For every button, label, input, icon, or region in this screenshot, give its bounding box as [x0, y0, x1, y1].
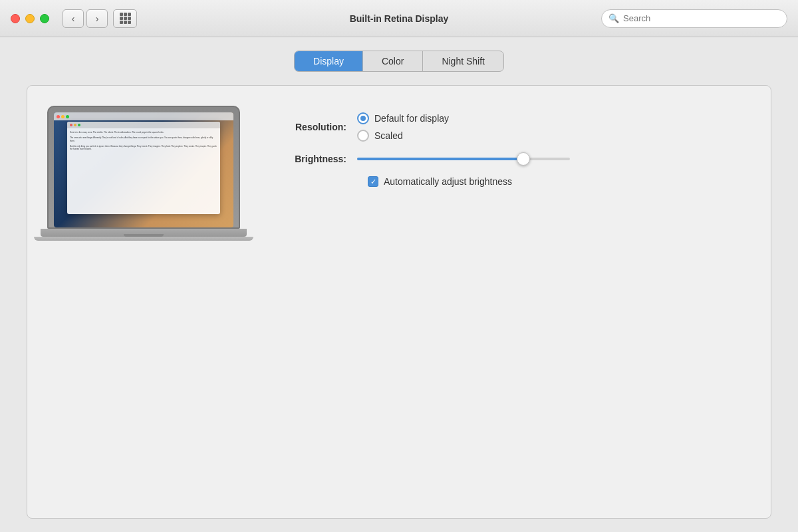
checkmark-icon: ✓ — [370, 178, 376, 186]
screen-window-bar — [67, 122, 220, 128]
resolution-scaled-radio[interactable] — [357, 130, 369, 142]
titlebar: ‹ › Built-in Retina Display 🔍 — [0, 0, 798, 37]
screen-menu-dot — [66, 115, 69, 118]
laptop-base — [41, 229, 247, 237]
auto-brightness-checkbox[interactable]: ✓ — [368, 176, 378, 187]
grid-view-button[interactable] — [113, 9, 137, 28]
sw-dot — [70, 124, 72, 126]
resolution-scaled-option[interactable]: Scaled — [357, 130, 449, 142]
search-input[interactable] — [623, 13, 780, 23]
search-bar[interactable]: 🔍 — [601, 9, 787, 28]
settings-section: Resolution: Default for display Scaled — [280, 106, 751, 187]
tab-night-shift[interactable]: Night Shift — [423, 51, 503, 71]
resolution-label: Resolution: — [280, 122, 346, 132]
forward-button[interactable]: › — [86, 9, 108, 28]
content-panel: Here is to the crazy ones. The misfits. … — [27, 85, 771, 519]
nav-buttons: ‹ › — [63, 9, 108, 28]
brightness-label: Brightness: — [280, 154, 346, 164]
resolution-scaled-label: Scaled — [374, 130, 403, 141]
auto-brightness-label: Automatically adjust brightness — [384, 176, 512, 187]
laptop-screen-inner: Here is to the crazy ones. The misfits. … — [54, 112, 233, 227]
screen-window-content: Here is to the crazy ones. The misfits. … — [67, 128, 220, 214]
search-icon: 🔍 — [608, 13, 619, 23]
brightness-slider-thumb[interactable] — [517, 152, 530, 166]
resolution-default-option[interactable]: Default for display — [357, 112, 449, 124]
brightness-slider-track — [357, 158, 570, 160]
laptop: Here is to the crazy ones. The misfits. … — [47, 106, 240, 241]
resolution-radio-group: Default for display Scaled — [357, 112, 449, 142]
brightness-row: Brightness: — [280, 152, 751, 166]
resolution-default-label: Default for display — [374, 113, 449, 124]
panel-content: Here is to the crazy ones. The misfits. … — [47, 106, 751, 241]
laptop-illustration: Here is to the crazy ones. The misfits. … — [47, 106, 240, 241]
auto-brightness-row: ✓ Automatically adjust brightness — [368, 176, 751, 187]
brightness-slider-fill — [357, 158, 523, 160]
resolution-row: Resolution: Default for display Scaled — [280, 112, 751, 142]
tab-group: Display Color Night Shift — [294, 51, 504, 72]
tab-display[interactable]: Display — [295, 51, 363, 71]
window-title: Built-in Retina Display — [350, 13, 449, 24]
brightness-slider-container — [357, 152, 570, 166]
maximize-button[interactable] — [40, 14, 49, 23]
minimize-button[interactable] — [25, 14, 35, 23]
tab-color[interactable]: Color — [363, 51, 423, 71]
resolution-default-radio[interactable] — [357, 112, 369, 124]
screen-window: Here is to the crazy ones. The misfits. … — [67, 122, 220, 214]
main-area: Display Color Night Shift — [0, 37, 798, 532]
grid-icon — [120, 13, 131, 24]
tabs: Display Color Night Shift — [27, 51, 771, 72]
laptop-screen-outer: Here is to the crazy ones. The misfits. … — [47, 106, 240, 229]
back-button[interactable]: ‹ — [63, 9, 84, 28]
close-button[interactable] — [11, 14, 20, 23]
screen-menubar — [54, 112, 233, 120]
screen-menu-dot — [57, 115, 60, 118]
laptop-foot — [34, 237, 253, 241]
window-controls — [11, 14, 49, 23]
screen-menu-dot — [61, 115, 65, 118]
sw-dot — [78, 124, 80, 126]
sw-dot — [74, 124, 76, 126]
